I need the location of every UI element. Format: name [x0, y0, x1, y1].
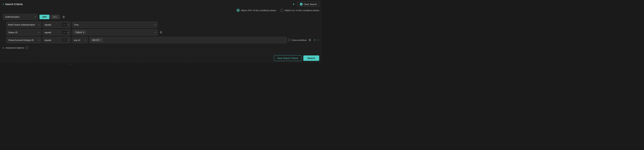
operator-mfa-eq: == [62, 23, 67, 26]
clear-search-label: Clear Search [304, 3, 317, 6]
abc123-tag: abc123 ✕ [91, 38, 102, 42]
any-all-toggle: ANY ALL [40, 15, 60, 19]
advanced-options-label: Advanced Options [6, 46, 24, 49]
advanced-options-chevron-icon: ▶ [3, 47, 4, 49]
table-row: Status ID ▾ equals == ▾ Failure ✕ ▾ 🗑 [6, 29, 319, 36]
any-of-text: any of [74, 39, 80, 42]
sparkle-icon: ✦ [292, 2, 295, 6]
failure-tag-remove-icon[interactable]: ✕ [83, 31, 84, 34]
header-left: ▾ Search Criteria [3, 3, 23, 6]
operator-statusid-eq: == [62, 31, 67, 34]
operator-select-cloudid[interactable]: equals == ▾ [43, 37, 70, 43]
auth-row: Authentication ▾ ANY ALL 🗑 [3, 14, 319, 20]
any-of-chevron-icon: ▾ [85, 39, 86, 41]
value-select-statusid[interactable]: Failure ✕ ▾ [72, 29, 158, 36]
failure-tag: Failure ✕ [74, 30, 86, 34]
operator-statusid-chevron-icon: ▾ [68, 32, 69, 34]
match-any-label: Match ANY of the conditions below [241, 9, 276, 12]
value-statusid-chevron-icon: ▾ [155, 32, 156, 34]
operator-mfa-chevron-icon: ▾ [68, 24, 69, 26]
case-sensitive-checkbox[interactable] [288, 39, 290, 41]
match-all-radio[interactable] [280, 9, 284, 12]
auth-chevron-icon: ▾ [34, 16, 36, 18]
table-row: Multi Factor Authentication ▾ equals == … [6, 22, 319, 28]
auth-select-value: Authentication [5, 16, 20, 18]
abc123-tag-text: abc123 [92, 39, 99, 41]
page-title: Search Criteria [5, 3, 23, 6]
field-select-statusid[interactable]: Status ID ▾ [6, 29, 41, 36]
conditions-container: Multi Factor Authentication ▾ equals == … [6, 22, 319, 43]
match-conditions-row: Match ANY of the conditions below Match … [3, 9, 319, 12]
match-any-radio[interactable] [236, 9, 240, 12]
value-select-mfa[interactable]: True ▾ [72, 22, 158, 28]
case-sensitive-text: Case-sensitive [292, 39, 306, 42]
search-button[interactable]: Search [303, 56, 319, 61]
value-mfa-chevron-icon: ▾ [155, 24, 156, 26]
add-dropdown-button[interactable]: ▾ [318, 39, 319, 42]
authentication-dropdown[interactable]: Authentication ▾ [3, 14, 38, 20]
operator-mfa-text: equals [44, 24, 61, 26]
operator-cloudid-text: equals [44, 39, 61, 42]
field-mfa-value: Multi Factor Authentication [8, 24, 35, 26]
cloudid-tag-input[interactable]: abc123 ✕ [89, 37, 287, 43]
field-select-cloudid[interactable]: Cloud.Account.Unique ID ▾ [6, 37, 41, 43]
abc123-tag-remove-icon[interactable]: ✕ [100, 39, 101, 41]
field-mfa-chevron-icon: ▾ [38, 24, 39, 26]
value-mfa-text: True [74, 24, 78, 26]
field-cloudid-chevron-icon: ▾ [38, 39, 39, 41]
header-row: ▾ Search Criteria ✦ ✕ Clear Search [3, 2, 319, 7]
match-all-label: Match ALL of the conditions below [285, 9, 319, 12]
operator-cloudid-chevron-icon: ▾ [68, 39, 69, 41]
operator-cloudid-eq: == [62, 38, 67, 42]
field-select-mfa[interactable]: Multi Factor Authentication ▾ [6, 22, 41, 28]
all-toggle-button[interactable]: ALL [50, 15, 60, 19]
svg-point-11 [69, 64, 70, 65]
header-right: ✦ ✕ Clear Search [292, 2, 319, 7]
field-statusid-value: Status ID [8, 31, 18, 34]
add-condition-button[interactable]: + [314, 38, 316, 42]
operator-select-statusid[interactable]: equals == ▾ [43, 29, 70, 36]
save-search-criteria-button[interactable]: Save Search Criteria [274, 55, 302, 61]
operator-select-mfa[interactable]: equals == ▾ [43, 22, 70, 28]
match-any-option[interactable]: Match ANY of the conditions below [236, 9, 276, 12]
svg-line-7 [70, 64, 96, 70]
case-sensitive-label[interactable]: Case-sensitive [288, 39, 306, 42]
match-all-option[interactable]: Match ALL of the conditions below [280, 9, 319, 12]
failure-tag-text: Failure [76, 31, 82, 34]
footer-row: Save Search Criteria Search [3, 53, 319, 61]
svg-line-9 [140, 63, 157, 70]
advanced-options-info-icon: i [26, 46, 28, 49]
table-row: Cloud.Account.Unique ID ▾ equals == ▾ an… [6, 37, 319, 43]
clear-x-icon: ✕ [300, 3, 302, 6]
any-of-select[interactable]: any of ▾ [72, 37, 88, 43]
any-toggle-button[interactable]: ANY [40, 15, 50, 19]
operator-statusid-text: equals [44, 31, 61, 34]
toggle-delete-icon[interactable]: 🗑 [62, 15, 66, 19]
field-statusid-chevron-icon: ▾ [38, 32, 39, 34]
clear-search-button[interactable]: ✕ Clear Search [298, 2, 319, 7]
statusid-delete-icon[interactable]: 🗑 [159, 30, 163, 34]
field-cloudid-value: Cloud.Account.Unique ID [8, 39, 34, 42]
advanced-options[interactable]: ▶ Advanced Options i [3, 45, 319, 50]
collapse-icon[interactable]: ▾ [3, 3, 4, 6]
cloudid-delete-icon[interactable]: 🗑 [308, 38, 312, 42]
